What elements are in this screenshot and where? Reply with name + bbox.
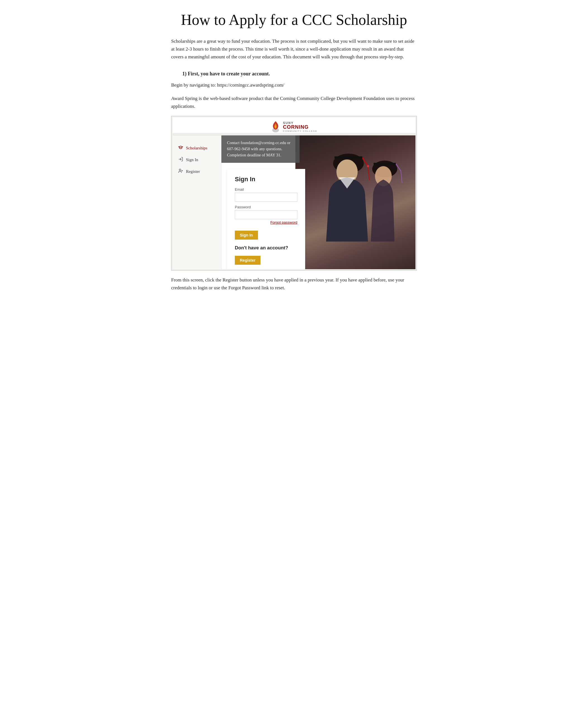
svg-line-14	[401, 171, 402, 183]
forgot-password-row: Forgot password	[235, 222, 297, 229]
svg-line-8	[368, 166, 369, 180]
password-label: Password	[235, 205, 297, 209]
email-input[interactable]	[235, 193, 297, 202]
forgot-password-link[interactable]: Forgot password	[270, 220, 297, 225]
notification-text: Contact foundation@corning-cc.edu or 607…	[227, 140, 290, 157]
flame-icon	[271, 121, 280, 133]
description-paragraph: Award Spring is the web-based software p…	[171, 95, 417, 110]
register-label: Register	[186, 169, 200, 174]
footer-paragraph: From this screen, click the Register but…	[171, 276, 417, 292]
screenshot-container: SUNY CORNING COMMUNITY COLLEGE Scholarsh…	[171, 116, 417, 270]
register-button[interactable]: Register	[235, 256, 261, 265]
form-title: Sign In	[235, 176, 297, 183]
signin-form: Sign In Email Password Forgot password S…	[227, 169, 305, 269]
logo-container: SUNY CORNING COMMUNITY COLLEGE	[271, 121, 317, 133]
register-icon	[178, 168, 183, 175]
sidebar-item-scholarships[interactable]: Scholarships	[172, 142, 221, 154]
logo-bar: SUNY CORNING COMMUNITY COLLEGE	[172, 117, 416, 133]
sidebar-item-register[interactable]: Register	[172, 165, 221, 177]
logo-text: SUNY CORNING COMMUNITY COLLEGE	[283, 121, 317, 133]
svg-rect-12	[374, 163, 396, 165]
scholarships-icon	[178, 145, 183, 151]
svg-point-9	[367, 165, 369, 167]
intro-paragraph: Scholarships are a great way to fund you…	[171, 37, 417, 61]
logo-community: COMMUNITY COLLEGE	[283, 130, 317, 133]
sidebar: Scholarships Sign In	[172, 135, 221, 269]
svg-point-2	[179, 169, 181, 171]
graduation-photo	[295, 135, 416, 269]
step1-heading: 1) First, you have to create your accoun…	[182, 71, 417, 77]
main-content-area: Contact foundation@corning-cc.edu or 607…	[221, 135, 416, 269]
no-account-heading: Don't have an account?	[235, 245, 297, 251]
graduation-silhouette	[304, 141, 410, 241]
sidebar-item-signin[interactable]: Sign In	[172, 154, 221, 165]
page-title: How to Apply for a CCC Scholarship	[171, 11, 417, 28]
notification-banner: Contact foundation@corning-cc.edu or 607…	[221, 135, 300, 162]
signin-icon	[178, 157, 183, 163]
logo-corning: CORNING	[283, 125, 317, 130]
navigate-paragraph: Begin by navigating to: https://corningc…	[171, 81, 417, 89]
password-input[interactable]	[235, 210, 297, 219]
scholarships-label: Scholarships	[186, 146, 208, 151]
app-screen: Scholarships Sign In	[172, 135, 416, 269]
svg-rect-6	[335, 156, 363, 159]
signin-label: Sign In	[186, 157, 198, 162]
email-label: Email	[235, 187, 297, 191]
signin-button[interactable]: Sign In	[235, 231, 258, 240]
